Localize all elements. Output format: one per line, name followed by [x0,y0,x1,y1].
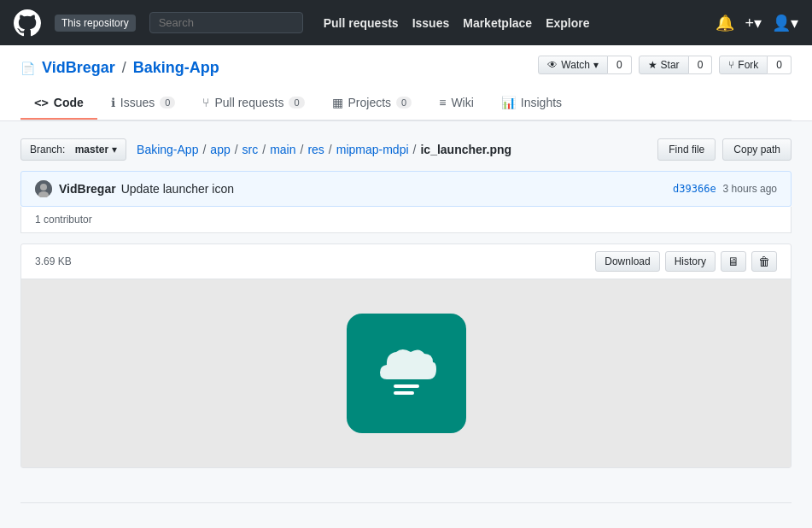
file-body [21,279,791,467]
breadcrumb-src[interactable]: src [242,143,259,156]
tab-projects[interactable]: ▦ Projects 0 [318,87,426,120]
file-view: 3.69 KB Download History 🖥 🗑 [20,243,792,468]
download-button[interactable]: Download [595,251,659,272]
top-nav-links: Pull requests Issues Marketplace Explore [324,16,703,30]
main-content: Branch: master ▾ Baking-App / app / src … [0,121,812,528]
watch-chevron: ▾ [593,59,599,71]
repo-header: 📄 VidBregar / Baking-App 👁 Watch ▾ 0 ★ S… [0,45,812,121]
fork-button[interactable]: ⑂ Fork [719,56,768,74]
watch-count[interactable]: 0 [608,56,632,74]
star-count[interactable]: 0 [689,56,713,74]
file-size: 3.69 KB [35,255,72,267]
watch-group: 👁 Watch ▾ 0 [538,56,631,74]
breadcrumb-actions: Find file Copy path [657,138,792,161]
plus-icon[interactable]: +▾ [745,14,762,32]
breadcrumb-res[interactable]: res [307,143,324,156]
top-nav-right: 🔔 +▾ 👤▾ [716,14,798,32]
tab-issues[interactable]: ℹ Issues 0 [97,87,190,120]
fork-group: ⑂ Fork 0 [719,56,792,74]
nav-issues[interactable]: Issues [412,16,450,30]
svg-point-1 [40,184,47,191]
branch-selector[interactable]: Branch: master ▾ [20,138,126,161]
user-avatar[interactable]: 👤▾ [772,14,798,32]
breadcrumb-mipmap[interactable]: mipmap-mdpi [336,143,409,156]
file-header: 3.69 KB Download History 🖥 🗑 [21,244,791,279]
top-navigation: This repository Pull requests Issues Mar… [0,0,812,45]
notifications-icon[interactable]: 🔔 [716,14,734,32]
pr-icon: ⑂ [202,96,209,109]
breadcrumb-root[interactable]: Baking-App [137,143,198,156]
repo-name-link[interactable]: Baking-App [133,59,219,77]
this-repository-badge[interactable]: This repository [55,15,136,32]
projects-count: 0 [396,97,412,109]
code-icon: <> [34,96,49,109]
commit-row: VidBregar Update launcher icon d39366e 3… [20,171,792,207]
github-logo [14,9,41,37]
eye-icon: 👁 [547,59,558,71]
star-icon: ★ [648,59,657,71]
tab-wiki[interactable]: ≡ Wiki [425,87,488,120]
tab-pull-requests[interactable]: ⑂ Pull requests 0 [189,87,318,120]
commit-meta: d39366e 3 hours ago [673,183,777,195]
svg-rect-4 [394,391,414,395]
commit-author[interactable]: VidBregar [59,182,116,196]
commit-sha[interactable]: d39366e [673,183,716,195]
issues-count: 0 [160,97,175,109]
app-icon-svg [368,335,445,412]
repo-icon: 📄 [20,62,35,75]
find-file-button[interactable]: Find file [657,138,716,161]
breadcrumb-main[interactable]: main [270,143,295,156]
breadcrumb-app[interactable]: app [210,143,230,156]
copy-path-button[interactable]: Copy path [722,138,792,161]
branch-name: master [75,144,108,155]
branch-label: Branch: [30,144,65,155]
app-icon-preview [347,314,466,433]
fork-count[interactable]: 0 [768,56,792,74]
repo-title-row: 📄 VidBregar / Baking-App 👁 Watch ▾ 0 ★ S… [20,59,792,77]
svg-rect-3 [394,384,419,388]
issues-icon: ℹ [111,96,115,109]
repo-owner-link[interactable]: VidBregar [42,59,115,77]
repo-actions: 👁 Watch ▾ 0 ★ Star 0 ⑂ Fork 0 [538,56,792,74]
fork-icon: ⑂ [728,59,734,71]
tab-insights[interactable]: 📊 Insights [488,87,575,120]
nav-explore[interactable]: Explore [546,16,589,30]
nav-pull-requests[interactable]: Pull requests [324,16,399,30]
insights-icon: 📊 [501,96,516,109]
display-icon[interactable]: 🖥 [721,251,746,272]
author-avatar [35,180,52,197]
branch-breadcrumb-row: Branch: master ▾ Baking-App / app / src … [20,138,792,161]
commit-message: Update launcher icon [121,182,673,196]
contributors-text: 1 contributor [35,214,92,226]
file-actions: Download History 🖥 🗑 [595,251,777,272]
star-button[interactable]: ★ Star [639,56,689,74]
wiki-icon: ≡ [439,96,446,109]
projects-icon: ▦ [332,96,343,109]
breadcrumb-current: ic_launcher.png [420,143,511,156]
commit-time: 3 hours ago [723,183,777,195]
breadcrumb: Baking-App / app / src / main / res / mi… [137,143,511,156]
star-group: ★ Star 0 [639,56,713,74]
nav-marketplace[interactable]: Marketplace [463,16,532,30]
contributors-row: 1 contributor [20,207,792,233]
footer [20,502,792,528]
search-input[interactable] [149,12,303,33]
tab-code[interactable]: <> Code [20,87,97,120]
title-separator: / [122,59,126,77]
history-button[interactable]: History [665,251,716,272]
branch-chevron-icon: ▾ [112,144,117,155]
delete-icon[interactable]: 🗑 [751,251,777,272]
watch-button[interactable]: 👁 Watch ▾ [538,56,608,74]
pr-count: 0 [289,97,304,109]
repo-tabs: <> Code ℹ Issues 0 ⑂ Pull requests 0 ▦ P… [20,87,792,120]
